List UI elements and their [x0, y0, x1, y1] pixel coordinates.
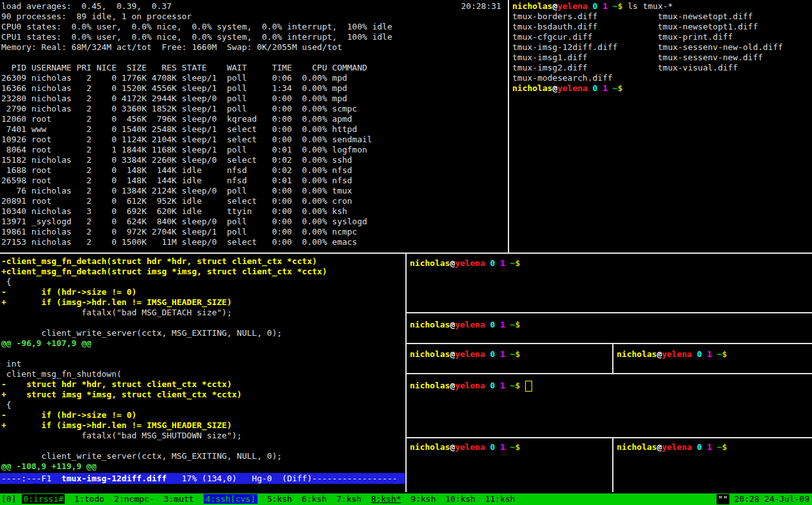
prompt-segment: nicholas — [512, 1, 553, 11]
diff-line: -client_msg_fn_detach(struct hdr *hdr, s… — [0, 256, 405, 267]
status-window-8[interactable]: 8:ksh* — [371, 494, 401, 504]
prompt-segment: $ — [515, 320, 520, 329]
pane-shell-1[interactable]: nicholas@yelena 0 1 ~$ — [410, 258, 520, 269]
status-window-1[interactable]: 1:todo — [74, 494, 104, 504]
shell-prompt: nicholas@yelena 0 1 ~$ — [410, 349, 520, 359]
diff-content: -client_msg_fn_detach(struct hdr *hdr, s… — [0, 256, 405, 472]
prompt-segment: $ — [515, 381, 520, 390]
diff-line: + if (imsg->hdr.len != IMSG_HEADER_SIZE) — [0, 297, 405, 308]
pane-border-v4 — [612, 438, 613, 492]
prompt-segment: 0 — [490, 320, 495, 329]
prompt-segment: 1 — [500, 320, 505, 329]
prompt-segment: 1 — [500, 349, 505, 359]
pane-border-h2 — [407, 312, 812, 313]
pane-top-process-monitor[interactable]: load averages: 0.45, 0.39, 0.37 90 proce… — [1, 1, 506, 247]
prompt-segment: $ — [515, 349, 520, 359]
status-window-0[interactable]: 0:irssi# — [22, 494, 65, 504]
diff-line — [0, 441, 405, 451]
diff-line: @@ -96,9 +107,9 @@ — [0, 338, 405, 349]
shell-prompt: nicholas@yelena 0 1 ~$ — [617, 442, 727, 452]
prompt-segment — [702, 442, 707, 452]
diff-line — [0, 318, 405, 328]
pane-shell-3[interactable]: nicholas@yelena 0 1 ~$ — [410, 349, 520, 360]
pane-shell-5[interactable]: nicholas@yelena 0 1 ~$ — [410, 442, 520, 452]
top-output: load averages: 0.45, 0.39, 0.37 90 proce… — [1, 1, 506, 247]
shell-prompt: nicholas@yelena 0 1 ~$ — [410, 442, 520, 452]
prompt-segment: yelena — [662, 442, 692, 452]
modeline-filename: tmux-imsg-12diff.diff — [61, 474, 166, 483]
prompt-segment: nicholas — [410, 381, 450, 390]
prompt-segment — [597, 1, 603, 11]
diff-line: + if (imsg->hdr.len != IMSG_HEADER_SIZE) — [0, 420, 405, 431]
prompt-segment — [608, 83, 613, 93]
status-window-9[interactable]: 9:ksh — [410, 494, 435, 504]
prompt-segment: 1 — [500, 258, 505, 268]
status-window-7[interactable]: 7:ksh — [336, 494, 361, 504]
prompt-segment: 0 — [592, 83, 597, 93]
prompt-segment: nicholas — [410, 258, 450, 268]
status-window-3[interactable]: 3:mutt — [164, 494, 194, 504]
modeline-suffix: 17% (134,0) Hg-0 (Diff)----------------- — [166, 474, 397, 483]
pane-border-vertical-top — [508, 0, 509, 252]
status-window-11[interactable]: 11:ksh — [485, 494, 515, 504]
prompt-segment: 1 — [500, 442, 505, 452]
prompt-segment — [608, 1, 613, 11]
status-pane-title: "" — [717, 494, 729, 504]
pane-shell-6[interactable]: nicholas@yelena 0 1 ~$ — [617, 442, 727, 452]
pane-border-h3 — [407, 343, 812, 344]
ls-output: tmux-borders.diff tmux-newsetopt.diff tm… — [512, 12, 811, 83]
prompt-segment — [712, 349, 717, 359]
diff-line: { — [0, 400, 405, 410]
prompt-segment: yelena — [455, 349, 485, 359]
status-right: "" 20:28 24-Jul-09 — [717, 494, 812, 504]
prompt-segment: $ — [722, 442, 727, 452]
diff-line: @@ -108,9 +119,9 @@ — [0, 461, 405, 472]
status-window-10[interactable]: 10:ksh — [445, 494, 475, 504]
shell-prompt: nicholas@yelena 0 1 ~$ — [410, 381, 520, 390]
prompt-segment: 1 — [500, 381, 505, 390]
prompt-segment — [495, 349, 500, 359]
prompt-segment: nicholas — [410, 442, 450, 452]
status-window-4[interactable]: 4:ssh[cvs] — [204, 494, 257, 504]
pane-shell-active[interactable]: nicholas@yelena 0 1 ~$ — [410, 381, 532, 392]
status-window-5[interactable]: 5:ksh — [267, 494, 292, 504]
diff-line: fatalx("bad MSG_DETACH size"); — [0, 308, 405, 318]
diff-line: - if (hdr->size != 0) — [0, 410, 405, 420]
prompt-segment: $ — [722, 349, 727, 359]
terminal-cursor — [525, 381, 532, 392]
pane-border-v3 — [612, 344, 613, 373]
shell-command-line: nicholas@yelena 0 1 ~$ls tmux-* — [512, 1, 811, 12]
prompt-segment: 0 — [490, 349, 495, 359]
emacs-modeline: ----:---F1 tmux-imsg-12diff.diff 17% (13… — [0, 473, 405, 484]
prompt-segment — [495, 258, 500, 268]
pane-shell-ls[interactable]: nicholas@yelena 0 1 ~$ls tmux-* tmux-bor… — [512, 1, 811, 94]
status-windows: 0:irssi#1:todo2:ncmpc-3:mutt4:ssh[cvs]5:… — [22, 494, 524, 504]
shell-prompt: nicholas@yelena 0 1 ~$ — [617, 349, 727, 359]
status-session: [0] — [1, 494, 16, 504]
status-bar: [0] 0:irssi#1:todo2:ncmpc-3:mutt4:ssh[cv… — [0, 493, 812, 505]
prompt-segment: $ — [515, 442, 520, 452]
prompt-segment: yelena — [455, 258, 485, 268]
pane-shell-4[interactable]: nicholas@yelena 0 1 ~$ — [617, 349, 727, 360]
diff-line: client_write_server(cctx, MSG_EXITING, N… — [0, 328, 405, 338]
prompt-segment — [712, 442, 717, 452]
ls-command: ls tmux-* — [628, 1, 672, 11]
shell-prompt: nicholas@yelena 0 1 ~$ — [512, 1, 622, 11]
pane-border-h4 — [407, 373, 812, 374]
prompt-segment — [505, 349, 510, 359]
shell-prompt: nicholas@yelena 0 1 ~$ — [512, 83, 622, 93]
status-window-6[interactable]: 6:ksh — [302, 494, 327, 504]
shell-prompt-line: nicholas@yelena 0 1 ~$ — [512, 83, 811, 94]
status-left: [0] 0:irssi#1:todo2:ncmpc-3:mutt4:ssh[cv… — [0, 494, 524, 504]
pane-shell-2[interactable]: nicholas@yelena 0 1 ~$ — [410, 320, 520, 330]
prompt-segment: yelena — [662, 349, 692, 359]
prompt-segment: 1 — [707, 442, 712, 452]
prompt-segment: 0 — [697, 442, 702, 452]
status-window-2[interactable]: 2:ncmpc- — [114, 494, 154, 504]
prompt-segment: 0 — [490, 258, 495, 268]
prompt-segment — [495, 320, 500, 329]
pane-emacs-diff[interactable]: -client_msg_fn_detach(struct hdr *hdr, s… — [0, 256, 405, 484]
diff-line: fatalx("bad MSG_SHUTDOWN size"); — [0, 431, 405, 441]
status-clock: 20:28 24-Jul-09 — [735, 494, 809, 504]
prompt-segment: yelena — [557, 83, 587, 93]
